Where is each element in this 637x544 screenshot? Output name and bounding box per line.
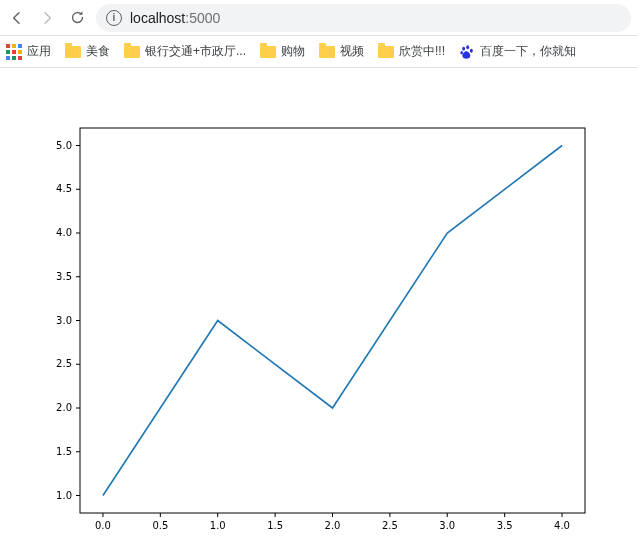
svg-text:3.5: 3.5 xyxy=(497,520,513,531)
url-text: localhost:5000 xyxy=(130,10,220,26)
bookmark-folder[interactable]: 美食 xyxy=(65,43,110,60)
svg-text:1.5: 1.5 xyxy=(56,446,72,457)
bookmark-folder[interactable]: 欣赏中!!! xyxy=(378,43,445,60)
svg-point-0 xyxy=(462,46,465,50)
svg-point-3 xyxy=(460,50,463,53)
bookmarks-bar: 应用 美食 银行交通+市政厅... 购物 视频 欣赏中!!! 百度一下，你就知 xyxy=(0,36,637,68)
svg-text:4.5: 4.5 xyxy=(56,183,72,194)
folder-icon xyxy=(65,46,81,58)
bookmark-folder[interactable]: 银行交通+市政厅... xyxy=(124,43,246,60)
folder-icon xyxy=(260,46,276,58)
reload-button[interactable] xyxy=(66,7,88,29)
bookmark-baidu[interactable]: 百度一下，你就知 xyxy=(459,43,576,60)
bookmark-label: 美食 xyxy=(86,43,110,60)
back-button[interactable] xyxy=(6,7,28,29)
svg-text:1.0: 1.0 xyxy=(210,520,226,531)
svg-text:2.0: 2.0 xyxy=(56,402,72,413)
bookmark-label: 视频 xyxy=(340,43,364,60)
svg-text:4.0: 4.0 xyxy=(554,520,570,531)
bookmark-folder[interactable]: 购物 xyxy=(260,43,305,60)
apps-label: 应用 xyxy=(27,43,51,60)
svg-text:4.0: 4.0 xyxy=(56,227,72,238)
svg-text:2.5: 2.5 xyxy=(382,520,398,531)
svg-text:1.5: 1.5 xyxy=(267,520,283,531)
svg-text:3.0: 3.0 xyxy=(439,520,455,531)
arrow-right-icon xyxy=(39,10,55,26)
bookmark-label: 欣赏中!!! xyxy=(399,43,445,60)
svg-text:3.5: 3.5 xyxy=(56,271,72,282)
svg-point-1 xyxy=(466,45,469,49)
bookmark-folder[interactable]: 视频 xyxy=(319,43,364,60)
chart-container: 0.00.51.01.52.02.53.03.54.01.01.52.02.53… xyxy=(0,68,637,544)
apps-shortcut[interactable]: 应用 xyxy=(6,43,51,60)
line-chart: 0.00.51.01.52.02.53.03.54.01.01.52.02.53… xyxy=(20,118,605,544)
site-info-icon[interactable]: i xyxy=(106,10,122,26)
arrow-left-icon xyxy=(9,10,25,26)
reload-icon xyxy=(69,9,86,26)
svg-point-2 xyxy=(470,48,473,52)
svg-text:0.5: 0.5 xyxy=(152,520,168,531)
svg-text:0.0: 0.0 xyxy=(95,520,111,531)
bookmark-label: 购物 xyxy=(281,43,305,60)
address-bar[interactable]: i localhost:5000 xyxy=(96,4,631,32)
svg-text:1.0: 1.0 xyxy=(56,490,72,501)
folder-icon xyxy=(124,46,140,58)
apps-icon xyxy=(6,44,22,60)
svg-text:2.5: 2.5 xyxy=(56,358,72,369)
svg-text:5.0: 5.0 xyxy=(56,140,72,151)
folder-icon xyxy=(319,46,335,58)
folder-icon xyxy=(378,46,394,58)
svg-text:3.0: 3.0 xyxy=(56,315,72,326)
browser-toolbar: i localhost:5000 xyxy=(0,0,637,36)
paw-icon xyxy=(459,44,475,60)
bookmark-label: 银行交通+市政厅... xyxy=(145,43,246,60)
svg-text:2.0: 2.0 xyxy=(325,520,341,531)
bookmark-label: 百度一下，你就知 xyxy=(480,43,576,60)
forward-button[interactable] xyxy=(36,7,58,29)
